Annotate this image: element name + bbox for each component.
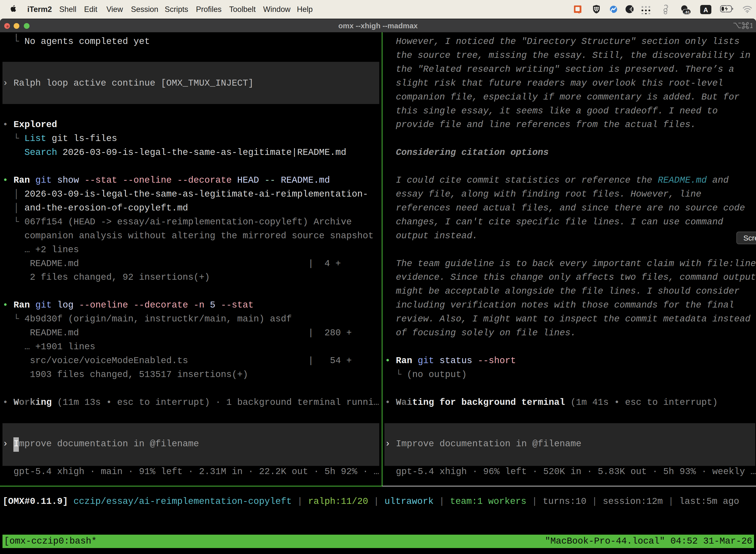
svg-text:A: A	[703, 6, 708, 14]
svg-text:1: 1	[750, 22, 753, 29]
svg-text:..61: ..61	[684, 10, 690, 14]
